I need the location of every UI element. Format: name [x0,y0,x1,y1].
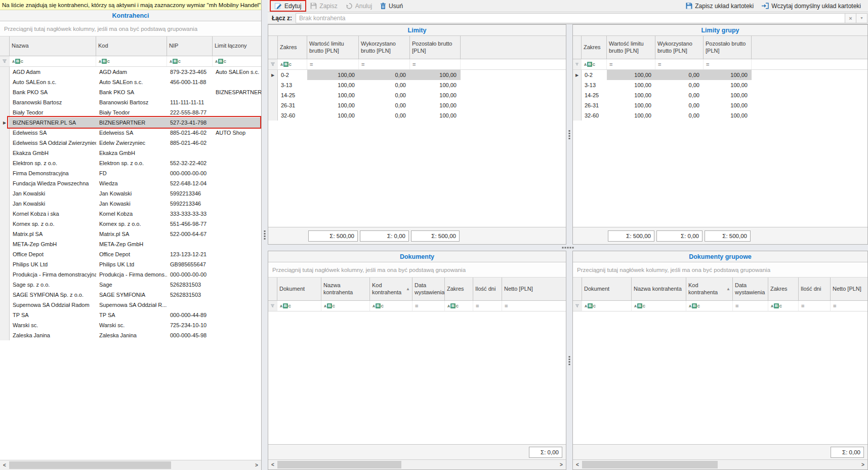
column-header-nazwa-kontrahenta[interactable]: Nazwa kontrahenta [632,278,686,300]
table-row[interactable]: ▶ 14-25 100,00 0,00 100,00 [573,90,867,100]
filter-cell-dokument[interactable]: ABC [582,301,632,311]
scrollbar-thumb[interactable] [277,461,401,468]
dropdown-arrow-icon[interactable]: ▼ [856,13,867,23]
table-row[interactable]: ▶ Produkcja - Firma demonstracyjna Produ… [0,269,261,280]
table-row[interactable]: ▶ Supernowa SA Oddział Radom Supernowa S… [0,300,261,310]
cancel-button[interactable]: Anuluj [342,1,376,12]
table-row[interactable]: ▶ BIZNESPARTNER.PL SA BIZNESPARTNER 527-… [0,118,261,128]
column-header-pozostalo[interactable]: Pozostało brutto [PLN] [410,36,461,59]
table-row[interactable]: ▶ 0-2 100,00 0,00 100,00 [573,70,867,80]
link-with-input[interactable] [296,13,845,23]
table-row[interactable]: ▶ Baranowski Bartosz Baranowski Bartosz … [0,97,261,107]
table-row[interactable]: ▶ META-Zep GmbH META-Zep GmbH [0,239,261,249]
table-row[interactable]: ▶ Matrix.pl SA Matrix.pl SA 522-000-64-6… [0,229,261,239]
filter-cell-wykorzystano[interactable]: = [359,59,410,69]
column-header-dokument[interactable]: Dokument [277,278,321,300]
column-header-data-wystawienia[interactable]: Data wystawienia [733,278,768,300]
table-row[interactable]: ▶ 3-13 100,00 0,00 100,00 [573,80,867,90]
dokumenty-grupowe-hscrollbar[interactable]: < > [573,459,867,469]
column-header-zakres[interactable]: Zakres [582,36,607,59]
filter-cell-data[interactable]: = [412,301,445,311]
horizontal-splitter[interactable] [268,245,868,251]
table-row[interactable]: ▶ 0-2 100,00 0,00 100,00 [268,70,566,80]
column-header-wartosc-limitu[interactable]: Wartość limitu brutto [PLN] [607,36,655,59]
column-header-ilosc-dni[interactable]: Ilość dni [473,278,502,300]
table-row[interactable]: ▶ Jan Kowalski Jan Kowaski 5992213346 [0,199,261,209]
column-header-netto[interactable]: Netto [PLN] [831,278,867,300]
filter-cell-zakres[interactable]: ABC [278,59,307,69]
documents-vertical-splitter[interactable] [566,251,572,470]
scroll-left-icon[interactable]: < [0,462,9,468]
table-row[interactable]: ▶ Edelweiss SA Oddział Zwierzyniec Edelw… [0,138,261,148]
column-header-kod[interactable]: Kod [96,36,167,56]
scroll-right-icon[interactable]: > [252,462,261,468]
filter-cell-zakres[interactable]: ABC [768,301,799,311]
clear-icon[interactable]: × [845,13,856,23]
column-header-zakres[interactable]: Zakres [278,36,307,59]
scroll-left-icon[interactable]: < [573,462,582,467]
column-header-ilosc-dni[interactable]: Ilość dni [799,278,831,300]
column-header-wartosc-limitu[interactable]: Wartość limitu brutto [PLN] [307,36,359,59]
filter-cell-nip[interactable]: ABC [167,56,213,66]
filter-cell-wartosc[interactable]: = [307,59,359,69]
filter-cell-wykorzystano[interactable]: = [655,59,704,69]
save-layout-button[interactable]: Zapisz układ kartoteki [682,1,758,12]
table-row[interactable]: ▶ Auto SALEon s.c. Auto SALEon s.c. 456-… [0,77,261,87]
column-header-wykorzystano[interactable]: Wykorzystano brutto [PLN] [359,36,410,59]
filter-cell-data[interactable]: = [733,301,768,311]
table-row[interactable]: ▶ 32-60 100,00 0,00 100,00 [268,110,566,121]
filter-cell-kod[interactable]: ABC [686,301,733,311]
column-header-kod-kontrahenta[interactable]: Kod kontrahenta▲ [370,278,412,300]
table-row[interactable]: ▶ Philips UK Ltd Philips UK Ltd GB985655… [0,259,261,269]
filter-cell-nazwa[interactable]: ABC [632,301,686,311]
column-header-dokument[interactable]: Dokument [582,278,632,300]
table-row[interactable]: ▶ Office Depot Office Depot 123-123-12-2… [0,249,261,259]
column-header-netto[interactable]: Netto [PLN] [502,278,566,300]
column-header-zakres[interactable]: Zakres [768,278,799,300]
column-header-nazwa[interactable]: Nazwa [10,36,96,56]
load-default-layout-button[interactable]: Wczytaj domyślny układ kartoteki [758,1,865,12]
filter-cell-zakres[interactable]: ABC [445,301,473,311]
save-button[interactable]: Zapisz [306,1,341,12]
filter-cell-zakres[interactable]: ABC [582,59,607,69]
column-header-nazwa-kontrahenta[interactable]: Nazwa kontrahenta [321,278,370,300]
table-row[interactable]: ▶ 14-25 100,00 0,00 100,00 [268,90,566,100]
filter-cell-kod[interactable]: ABC [370,301,412,311]
dokumenty-hscrollbar[interactable]: < > [268,459,566,469]
column-header-zakres[interactable]: Zakres [445,278,473,300]
table-row[interactable]: ▶ Sage sp. z o.o. Sage 5262831503 [0,280,261,290]
column-header-limit-laczony[interactable]: Limit łączony [213,36,261,56]
filter-cell-kod[interactable]: ABC [96,56,167,66]
filter-cell-netto[interactable]: = [502,301,566,311]
table-row[interactable]: ▶ SAGE SYMFONIA Sp. z o.o. SAGE SYMFONIA… [0,290,261,300]
table-row[interactable]: ▶ Biały Teodor Biały Teodor 222-555-88-7… [0,107,261,118]
kontrahenci-hscrollbar[interactable]: < > [0,460,261,470]
column-header-data-wystawienia[interactable]: Data wystawienia [412,278,445,300]
table-row[interactable]: ▶ Firma Demonstracyjna FD 000-000-00-00 [0,168,261,178]
table-row[interactable]: ▶ Kornel Kobza i ska Kornel Kobza 333-33… [0,209,261,219]
filter-cell-ilosc-dni[interactable]: = [799,301,831,311]
filter-cell-ilosc-dni[interactable]: = [473,301,502,311]
table-row[interactable]: ▶ Fundacja Wiedza Powszechna Wiedza 522-… [0,178,261,188]
delete-button[interactable]: Usuń [376,1,407,12]
table-row[interactable]: ▶ Bank PKO SA Bank PKO SA BIZNESPARTNER [0,87,261,97]
main-vertical-splitter[interactable] [262,0,268,470]
table-row[interactable]: ▶ AGD Adam AGD Adam 879-23-23-465 Auto S… [0,67,261,77]
table-row[interactable]: ▶ 26-31 100,00 0,00 100,00 [573,100,867,110]
scroll-right-icon[interactable]: > [858,462,867,467]
table-row[interactable]: ▶ 32-60 100,00 0,00 100,00 [573,110,867,121]
filter-cell-dokument[interactable]: ABC [277,301,321,311]
scroll-left-icon[interactable]: < [268,462,277,467]
table-row[interactable]: ▶ TP SA TP SA 000-000-44-89 [0,310,261,320]
filter-cell-limit[interactable]: ABC [213,56,261,66]
column-header-pozostalo[interactable]: Pozostało brutto [PLN] [704,36,752,59]
filter-cell-nazwa[interactable]: ABC [321,301,370,311]
filter-cell-nazwa[interactable]: ABC [10,56,96,66]
column-header-kod-kontrahenta[interactable]: Kod kontrahenta▲ [686,278,733,300]
limits-vertical-splitter[interactable] [566,24,572,245]
scrollbar-thumb[interactable] [9,461,171,469]
table-row[interactable]: ▶ Warski sc. Warski sc. 725-234-10-10 [0,320,261,330]
table-row[interactable]: ▶ Ekakza GmbH Ekakza GmbH [0,148,261,158]
table-row[interactable]: ▶ Edelweiss SA Edelweiss SA 885-021-46-0… [0,128,261,138]
filter-cell-netto[interactable]: = [831,301,867,311]
